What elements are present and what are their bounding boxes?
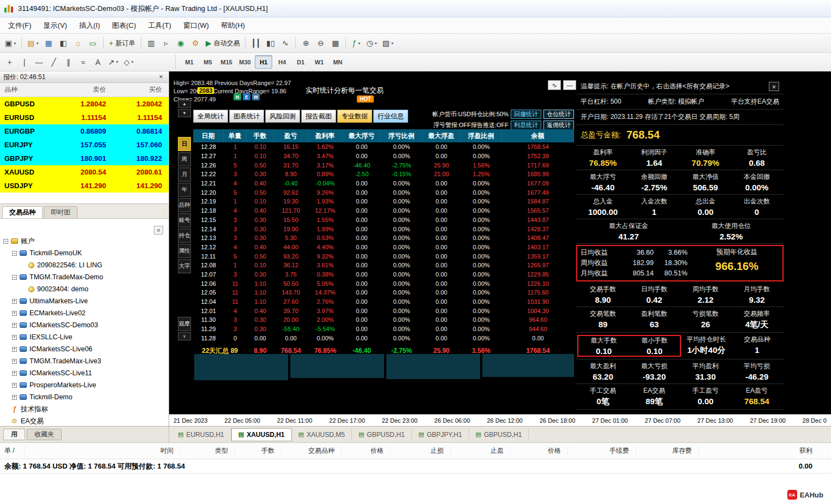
collapse-box-icon[interactable]: − [3,239,8,244]
side-button-持仓[interactable]: 持仓 [178,229,191,243]
tree-item-Tickmill-Demo[interactable]: +Tickmill-Demo [0,391,169,403]
expand-box-icon[interactable]: + [12,323,17,328]
market-watch-button[interactable]: ▦ [41,36,56,51]
timeframe-H1[interactable]: H1 [255,55,272,69]
terminal-column-9[interactable]: 库存费 [636,446,698,455]
market-watch-row-GBPJPY[interactable]: GBPJPY180.901180.922 [0,152,169,165]
terminal-button[interactable]: ▭ [86,36,100,51]
chart-area[interactable]: High= 2083.48 Previous DaysRange= 22.97 … [169,71,831,426]
menu-item-4[interactable]: 工具(T) [142,18,177,33]
side-button-账号[interactable]: 账号 [178,213,191,227]
ea-stat-button-5[interactable]: 行业信息 [373,110,408,123]
channel-button[interactable]: ∥ [61,55,76,69]
tile-windows-button[interactable]: ▦ [328,36,343,51]
periods-button[interactable]: ◷▾ [363,36,379,51]
expert-advisor-button[interactable]: ⚙ [188,36,203,51]
timeframe-M30[interactable]: M30 [236,55,254,69]
terminal-column-4[interactable]: 价格 [341,446,390,455]
ea-stat-button-0[interactable]: 全局统计 [193,110,228,123]
candlestick-button[interactable]: ▮▯ [263,36,278,51]
menu-item-0[interactable]: 文件(F) [2,18,38,33]
market-watch-row-USDJPY[interactable]: USDJPY141.290141.290 [0,179,169,193]
ea-stat-button-4[interactable]: 专业数据 [337,110,372,123]
ea-mini-button-利息统计[interactable]: 利息统计 [511,121,541,130]
horizontal-line-button[interactable]: — [32,55,46,69]
autotrading-button[interactable]: ▶自动交易 [203,36,243,51]
chart-tab-2[interactable]: ▤XAUUSD,M5 [292,428,352,441]
side-button-属性[interactable]: 属性 [178,244,191,258]
menu-item-2[interactable]: 插入(I) [73,18,106,33]
tree-item-IEXSLLC-Live[interactable]: +IEXSLLC-Live [0,331,169,343]
scroll-up-button[interactable]: ▲ [178,100,191,108]
terminal-column-10[interactable]: 获利 [698,446,831,455]
ea-stat-button-2[interactable]: 风险回测 [265,110,300,123]
menu-item-6[interactable]: 帮助(H) [215,18,251,33]
side-button-年[interactable]: 年 [178,183,191,197]
terminal-column-3[interactable]: 交易品种 [281,446,341,455]
profiles-button[interactable]: ▤▾ [25,36,41,51]
terminal-column-6[interactable]: 止盈 [450,446,510,455]
terminal-order-label[interactable]: 单 / [0,446,25,455]
new-order-button[interactable]: +新订单 [106,36,138,51]
expand-box-icon[interactable]: + [12,359,17,364]
tree-item-ICMarketsSC-Live11[interactable]: +ICMarketsSC-Live11 [0,367,169,379]
side-button-watch[interactable]: 观摩 [178,317,191,331]
ea-mini-button-回撤统计[interactable]: 回撤统计 [511,110,541,119]
chart-tab-5[interactable]: ▤GBPUSD,H1 [469,428,529,441]
scroll-down-button[interactable]: ▼ [178,109,191,117]
text-button[interactable]: A [91,55,105,69]
market-watch-row-EURGBP[interactable]: EURGBP0.868090.86814 [0,124,169,138]
summary-close-icon[interactable]: × [769,82,779,91]
tree-item-2090822546: LI LING[interactable]: 2090822546: LI LING [0,259,169,271]
templates-button[interactable]: ▧▾ [380,36,396,51]
zoom-in-button[interactable]: ⊕ [298,36,313,51]
timeframe-M5[interactable]: M5 [199,55,217,69]
tree-item-UltimaMarkets-Live[interactable]: +UltimaMarkets-Live [0,295,169,307]
menu-item-3[interactable]: 图表(C) [106,18,142,33]
tree-item-ECMarkets-Live02[interactable]: +ECMarkets-Live02 [0,307,169,319]
chart-tab-3[interactable]: ▤GBPUSD,H1 [352,428,412,441]
chart-tab-4[interactable]: ▤GBPJPY,H1 [412,428,469,441]
navigator-tab-0[interactable]: 用 [3,429,25,440]
market-watch-row-GBPUSD[interactable]: GBPUSD1.280421.28042 [0,97,169,111]
tree-item-ICMarketsSC-Live06[interactable]: +ICMarketsSC-Live06 [0,343,169,355]
chart-tab-1[interactable]: ▤XAUUSD,H1 [231,428,292,441]
market-watch-tab-0[interactable]: 交易品种 [2,206,43,218]
side-button-月[interactable]: 月 [178,167,191,182]
navigator-button[interactable]: ⌂ [71,36,86,51]
crosshair-button[interactable]: + [2,55,17,69]
navigator-tab-1[interactable]: 收藏夹 [27,429,62,440]
shapes-button[interactable]: ◇▾ [121,55,136,69]
tree-item-Tickmill-DemoUK[interactable]: −Tickmill-DemoUK [0,247,169,259]
collapse-box-icon[interactable]: − [12,275,17,280]
collapse-box-icon[interactable]: − [12,251,17,256]
tree-item-ICMarketsSC-Demo03[interactable]: +ICMarketsSC-Demo03 [0,319,169,331]
menu-item-5[interactable]: 窗口(W) [177,18,215,33]
side-button-品种[interactable]: 品种 [178,198,191,212]
indicator-badge-W[interactable]: W [252,93,260,100]
line-chart-button[interactable]: ∿ [278,36,292,51]
timeframe-MN[interactable]: MN [329,55,346,69]
expand-box-icon[interactable]: + [12,347,17,352]
ea-mini-button-返佣统计[interactable]: 返佣统计 [543,121,574,130]
terminal-column-8[interactable]: 手续费 [567,446,636,455]
zoom-out-button[interactable]: ⊖ [313,36,328,51]
ea-mini-button-仓位统计[interactable]: 仓位统计 [543,110,574,119]
market-watch-row-EURJPY[interactable]: EURJPY157.055157.060 [0,138,169,152]
data-window-button[interactable]: ◧ [56,36,71,51]
side-button-日[interactable]: 日 [178,137,191,151]
vertical-line-button[interactable]: | [17,55,32,69]
terminal-column-1[interactable]: 类型 [180,446,235,455]
side-button-周[interactable]: 周 [178,152,191,166]
terminal-column-5[interactable]: 止损 [390,446,450,455]
terminal-column-7[interactable]: 价格 [510,446,567,455]
expand-box-icon[interactable]: + [12,395,17,400]
timeframe-M15[interactable]: M15 [218,55,235,69]
timeframe-H4[interactable]: H4 [273,55,291,69]
panel-minimize-button[interactable]: — [563,80,576,90]
timeframe-M1[interactable]: M1 [181,55,198,69]
terminal-column-0[interactable]: 时间 [25,446,180,455]
expand-box-icon[interactable]: + [12,299,17,304]
indicator-badge-N[interactable]: N [234,93,241,100]
arrows-button[interactable]: ↗▾ [105,55,121,69]
